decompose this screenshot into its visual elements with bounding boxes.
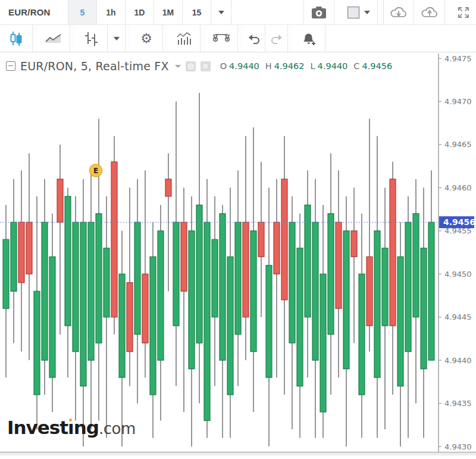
timeframe-1d-button[interactable]: 1D — [126, 0, 154, 24]
undo-button[interactable] — [243, 25, 265, 52]
candle-up — [428, 222, 434, 360]
cloud-download-icon — [390, 5, 408, 20]
chart-area: EUR/RON, 5, Real-time FX ⚙ O4.9440 H4.94… — [0, 52, 476, 455]
candle-down — [111, 162, 117, 317]
style-dropdown-button[interactable] — [108, 25, 126, 52]
candle-up — [49, 257, 55, 377]
area-style-button[interactable] — [37, 25, 70, 52]
candle-up — [374, 231, 380, 377]
candle-up — [11, 222, 17, 291]
timeframe-1h-button[interactable]: 1h — [97, 0, 126, 24]
candle-up — [3, 239, 9, 308]
indicators-icon — [176, 32, 192, 46]
candle-up — [312, 222, 318, 360]
toolbar-gap — [163, 25, 168, 52]
top-toolbar: EUR/RON 5 1h 1D 1M 15 — [0, 0, 476, 25]
quick-snapshot-button[interactable] — [186, 61, 196, 71]
alert-button[interactable] — [293, 25, 325, 52]
chevron-down-icon — [114, 37, 120, 40]
candle-up — [150, 257, 156, 395]
candlestick-icon — [9, 31, 23, 46]
chart-layout-button[interactable] — [340, 0, 378, 24]
candle-up — [73, 222, 79, 351]
timeframe-5-button[interactable]: 5 — [68, 0, 97, 24]
candle-up — [34, 291, 40, 395]
candle-up — [289, 222, 295, 343]
candle-up — [382, 248, 388, 326]
candle-down — [336, 222, 342, 308]
compare-button[interactable] — [205, 25, 238, 52]
price-tick-label: 4.9465 — [444, 140, 472, 149]
load-chart-button[interactable] — [383, 0, 414, 24]
candle-down — [390, 179, 396, 326]
bars-style-button[interactable] — [75, 25, 108, 52]
candle-up — [297, 248, 303, 386]
candle-up — [65, 196, 71, 326]
candle-up — [250, 231, 256, 352]
logo-suffix: .com — [99, 420, 136, 438]
candle-up — [227, 257, 233, 395]
fullscreen-button[interactable] — [450, 0, 476, 24]
candle-down — [57, 179, 63, 222]
toolbar-gap — [445, 0, 450, 24]
close-value: 4.9456 — [362, 61, 392, 71]
indicators-button[interactable] — [168, 25, 201, 52]
price-tick-label: 4.9440 — [444, 356, 472, 365]
settings-button[interactable]: ⚙ — [130, 25, 163, 52]
gear-icon: ⚙ — [140, 32, 152, 45]
candle-down — [258, 222, 264, 257]
fullscreen-icon — [457, 6, 470, 19]
toolbar-gap — [378, 0, 383, 24]
candle-up — [212, 239, 218, 317]
gear-icon: ⚙ — [202, 63, 208, 70]
candle-up — [397, 257, 403, 386]
timeframe-1m-button[interactable]: 1M — [154, 0, 183, 24]
candle-down — [142, 274, 148, 343]
high-value: 4.9462 — [274, 61, 305, 71]
candle-up — [266, 266, 272, 377]
chevron-down-icon[interactable] — [175, 65, 181, 68]
investing-logo[interactable]: Investıng .com — [7, 417, 136, 438]
symbol-button[interactable]: EUR/RON — [0, 0, 68, 24]
candle-up — [134, 222, 140, 334]
toolbar-gap — [201, 25, 205, 52]
chart-style-toolbar: ⚙ — [0, 25, 476, 52]
high-label: H — [265, 61, 272, 71]
candle-down — [26, 222, 32, 274]
toolbar-spacer — [231, 0, 303, 24]
candle-up — [42, 222, 48, 360]
time-axis-strip[interactable] — [0, 452, 476, 455]
candle-up — [96, 214, 102, 343]
hl-bars-icon — [83, 31, 99, 46]
candlestick-plot[interactable]: 4.94754.94704.94654.94604.94554.94504.94… — [0, 52, 476, 455]
timeframe-dropdown-button[interactable] — [211, 0, 231, 24]
series-settings-button[interactable]: ⚙ — [201, 61, 211, 71]
candle-down — [367, 257, 372, 326]
candle-up — [405, 222, 411, 351]
bell-plus-icon — [301, 31, 317, 46]
snapshot-button[interactable] — [303, 0, 334, 24]
toolbar-gap — [33, 25, 37, 52]
low-value: 4.9440 — [318, 61, 348, 71]
redo-arrow-icon — [270, 33, 283, 44]
candle-up — [158, 231, 164, 360]
candle-up — [359, 274, 365, 395]
price-tick-label: 4.9475 — [444, 54, 472, 63]
chart-title: EUR/RON, 5, Real-time FX — [20, 60, 169, 73]
open-label: O — [220, 61, 227, 71]
timeframe-15-button[interactable]: 15 — [183, 0, 211, 24]
price-tick-label: 4.9435 — [444, 399, 472, 408]
candle-up — [421, 248, 427, 369]
candle-up — [305, 205, 311, 317]
open-value: 4.9440 — [229, 61, 259, 71]
collapse-legend-icon[interactable] — [6, 61, 15, 71]
redo-button[interactable] — [265, 25, 288, 52]
candle-up — [80, 222, 86, 386]
toolbar-gap — [334, 0, 340, 24]
save-chart-button[interactable] — [414, 0, 445, 24]
toolbar-gap — [126, 25, 130, 52]
camera-icon — [311, 6, 327, 19]
chevron-down-icon — [218, 11, 224, 14]
candlestick-style-button[interactable] — [0, 25, 33, 52]
circle-dot-icon — [187, 63, 194, 70]
